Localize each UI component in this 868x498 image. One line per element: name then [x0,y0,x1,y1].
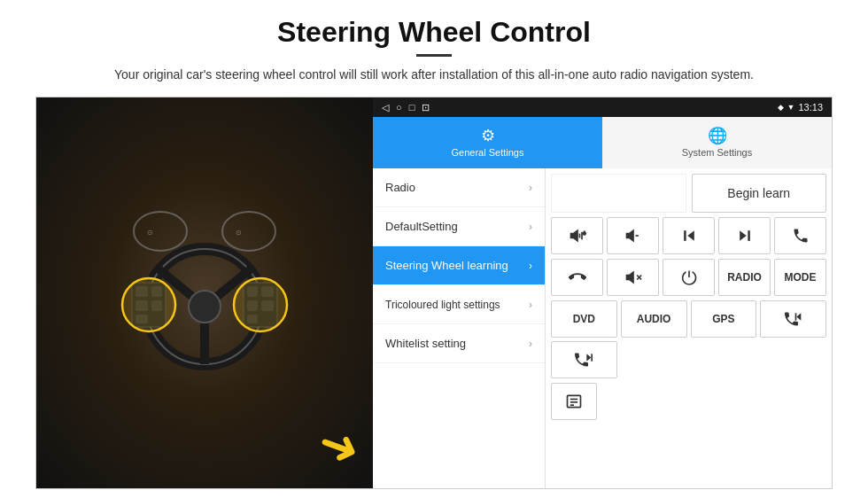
svg-rect-33 [748,230,750,241]
svg-marker-28 [626,230,633,241]
menu-label-steering: Steering Wheel learning [385,259,508,272]
menu-label-radio: Radio [385,181,415,194]
menu-list: Radio › DefaultSetting › Steering Wheel … [373,168,546,488]
home-icon[interactable]: ○ [396,102,402,113]
phone-prev-button[interactable] [760,300,826,338]
system-settings-icon: 🌐 [708,126,727,145]
tab-general-label: General Settings [452,147,524,158]
back-icon[interactable]: ◁ [382,102,389,113]
svg-text:⊙: ⊙ [236,229,242,237]
control-row-4 [551,383,826,420]
svg-point-22 [122,278,175,331]
subtitle: Your original car's steering wheel contr… [114,66,754,84]
page-title: Steering Wheel Control [277,16,591,49]
blank-area [551,174,686,213]
radio-button[interactable]: RADIO [718,259,771,296]
menu-label-default: DefaultSetting [385,220,458,233]
menu-item-radio[interactable]: Radio › [373,168,545,207]
svg-text:+: + [582,230,585,237]
audio-button[interactable]: AUDIO [621,300,687,338]
begin-learn-button[interactable]: Begin learn [692,174,827,213]
arrow-icon: ➜ [312,416,367,476]
general-settings-icon: ⚙ [481,126,495,145]
status-bar: ◁ ○ □ ⊡ ◆ ▼ 13:13 [373,97,832,117]
chevron-whitelist: › [529,338,532,350]
prev-track-button[interactable] [663,217,715,254]
gps-button[interactable]: GPS [691,300,757,338]
car-background: ⊙ ⊙ [36,97,373,488]
page-wrapper: Steering Wheel Control Your original car… [0,0,868,498]
phone-button[interactable] [774,217,826,254]
svg-rect-40 [592,354,593,361]
svg-marker-30 [687,230,694,241]
svg-point-1 [222,212,275,251]
vol-down-button[interactable] [607,217,659,254]
screenshot-icon[interactable]: ⊡ [422,102,430,113]
menu-item-whitelist[interactable]: Whitelist setting › [373,324,545,363]
car-image-area: ⊙ ⊙ [36,97,373,488]
title-divider [416,54,452,57]
settings-main: Radio › DefaultSetting › Steering Wheel … [373,168,832,488]
vol-up-button[interactable]: + [551,217,603,254]
control-row-2: RADIO MODE [551,259,826,296]
android-ui: ◁ ○ □ ⊡ ◆ ▼ 13:13 ⚙ General Settings [373,97,832,488]
svg-marker-39 [587,354,592,361]
svg-marker-37 [796,313,801,320]
svg-marker-24 [570,230,577,241]
menu-item-steering[interactable]: Steering Wheel learning › [373,246,545,285]
chevron-default: › [529,221,532,233]
svg-point-0 [134,212,187,251]
next-track-button[interactable] [718,217,771,254]
chevron-radio: › [529,182,532,194]
hangup-button[interactable] [551,259,603,296]
menu-label-whitelist: Whitelist setting [385,337,466,350]
power-button[interactable] [663,259,715,296]
svg-text:⊙: ⊙ [147,229,153,237]
mute-button[interactable] [607,259,659,296]
clock: 13:13 [798,102,823,113]
steering-wheel-svg: ⊙ ⊙ [107,205,302,382]
tabs-container: ⚙ General Settings 🌐 System Settings [373,117,832,168]
signal-icon: ▼ [787,103,795,112]
svg-rect-31 [684,230,686,241]
tab-system-label: System Settings [682,147,752,158]
list-icon-button[interactable] [551,383,597,420]
control-top-row: Begin learn [551,174,826,213]
dvd-button[interactable]: DVD [551,300,617,338]
control-panel: Begin learn + [546,168,832,488]
status-right: ◆ ▼ 13:13 [778,102,823,113]
svg-point-23 [234,278,287,331]
svg-rect-38 [794,313,796,320]
recent-icon[interactable]: □ [409,102,415,113]
status-nav-icons: ◁ ○ □ ⊡ [382,102,430,113]
chevron-tricoloured: › [529,299,532,311]
location-icon: ◆ [778,103,784,112]
control-row-3: DVD AUDIO GPS [551,300,826,378]
chevron-steering: › [529,260,532,272]
svg-marker-32 [740,230,747,241]
control-row-1: + [551,217,826,254]
menu-label-tricoloured: Tricoloured light settings [385,299,500,311]
menu-item-default[interactable]: DefaultSetting › [373,207,545,246]
svg-point-9 [189,291,221,323]
menu-item-tricoloured[interactable]: Tricoloured light settings › [373,285,545,324]
content-area: ⊙ ⊙ [35,97,833,489]
svg-marker-34 [626,272,633,283]
tab-system-settings[interactable]: 🌐 System Settings [602,117,832,168]
phone-next-button[interactable] [551,341,617,378]
tab-general-settings[interactable]: ⚙ General Settings [373,117,602,168]
mode-button[interactable]: MODE [774,259,826,296]
